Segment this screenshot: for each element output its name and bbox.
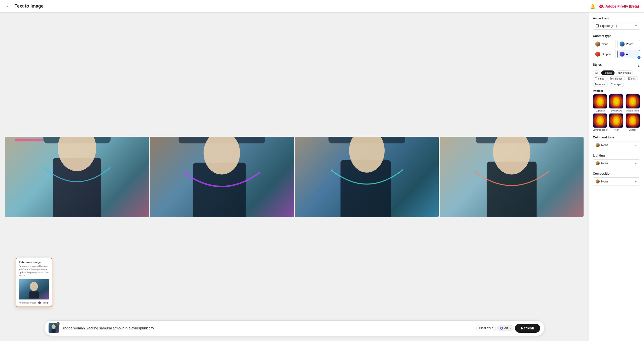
back-button[interactable]: ← [5, 3, 12, 10]
composition-value: None [601, 180, 608, 183]
composition-chevron: ▼ [635, 180, 637, 183]
content-type-photo[interactable]: Photo [617, 40, 640, 48]
prompt-text[interactable]: Blonde woman wearing samurai armour in a… [61, 326, 473, 330]
warrior-svg-4 [440, 137, 584, 217]
art-tag-remove[interactable]: ✕ [509, 327, 511, 330]
warrior-svg-3 [295, 137, 439, 217]
image-placeholder-1 [5, 137, 149, 217]
color-tone-chevron: ▼ [635, 144, 637, 147]
image-card-2[interactable] [150, 137, 294, 217]
svg-point-28 [500, 327, 503, 330]
composition-swatch [596, 179, 600, 183]
slider-handle[interactable] [38, 301, 41, 304]
neon-label: Neon [614, 129, 619, 131]
aspect-ratio-value: Square (1:1) [600, 24, 617, 28]
lighting-value: None [601, 162, 608, 165]
lighting-chevron: ▼ [635, 162, 637, 165]
palette-knife-label: Palette knife [626, 109, 639, 112]
reference-image-tooltip: Reference image Reference image will be … [16, 258, 52, 307]
collapse-icon[interactable]: ▲ [637, 64, 640, 67]
right-panel: Aspect ratio Square (1:1) ▼ Content type… [589, 13, 644, 341]
color-tone-label: Color and tone [593, 136, 640, 139]
chaotic-thumb [626, 113, 640, 128]
lighting-dropdown[interactable]: None ▼ [593, 159, 640, 167]
lighting-label: Lighting [593, 154, 640, 157]
lighting-section: Lighting None ▼ [593, 154, 640, 167]
main-layout: Reference image Reference image will be … [0, 13, 644, 341]
digital-art-thumb [593, 94, 607, 108]
reference-thumbnail [19, 279, 49, 299]
tab-materials[interactable]: Materials [593, 82, 608, 87]
svg-point-23 [30, 282, 38, 291]
synthwave-label: Synthwave [611, 109, 622, 112]
tab-themes[interactable]: Themes [593, 76, 606, 81]
refresh-button[interactable]: Refresh [515, 324, 540, 333]
content-type-none[interactable]: None [593, 40, 616, 48]
tab-concepts[interactable]: Concepts [609, 82, 624, 87]
style-synthwave[interactable]: Synthwave [609, 94, 624, 112]
notification-icon[interactable]: 🔔 [590, 4, 595, 9]
tab-movements[interactable]: Movements [616, 70, 633, 75]
graphic-icon [595, 52, 600, 57]
content-type-art[interactable]: Art ✓ [617, 50, 640, 58]
neon-thumb [609, 113, 623, 128]
image-card-4[interactable] [440, 137, 584, 217]
slider-label-left: Reference image [19, 301, 36, 304]
svg-rect-27 [51, 329, 55, 333]
style-chaotic[interactable]: Chaotic [625, 113, 640, 131]
back-icon: ← [6, 4, 11, 9]
ref-thumb-svg [19, 279, 49, 299]
composition-label: Composition [593, 172, 640, 175]
tooltip-description: Reference image will be used to influenc… [19, 265, 49, 277]
square-icon [596, 24, 599, 27]
styles-section: Styles ▲ All Popular Movements Themes Te… [593, 63, 640, 131]
art-icon [620, 52, 625, 57]
image-placeholder-2 [150, 137, 294, 217]
photo-icon [620, 42, 625, 47]
style-palette-knife[interactable]: Palette knife [625, 94, 640, 112]
image-placeholder-3 [295, 137, 439, 217]
prompt-reference-thumb[interactable]: ✕ [48, 323, 58, 333]
content-type-label: Content type [593, 34, 640, 38]
chaotic-label: Chaotic [629, 129, 637, 131]
aspect-ratio-dropdown[interactable]: Square (1:1) ▼ [593, 22, 640, 30]
composition-inner: None [596, 179, 608, 183]
header-left: ← Text to image [5, 3, 44, 10]
canvas-area: Reference image Reference image will be … [0, 13, 589, 341]
style-digital-art[interactable]: Digital art [593, 94, 607, 112]
tooltip-title: Reference image [19, 261, 49, 264]
content-type-photo-label: Photo [626, 43, 633, 46]
svg-point-30 [502, 327, 502, 328]
page-title: Text to image [15, 4, 44, 9]
content-type-graphic[interactable]: Graphic [593, 50, 616, 58]
color-tone-dropdown[interactable]: None ▼ [593, 141, 640, 149]
color-tone-inner: None [596, 143, 608, 147]
slider-track[interactable] [38, 302, 40, 303]
image-placeholder-4 [440, 137, 584, 217]
digital-art-label: Digital art [595, 109, 605, 112]
tab-all[interactable]: All [593, 70, 600, 75]
image-card-1[interactable] [5, 137, 149, 217]
styles-header: Styles ▲ [593, 63, 640, 68]
content-type-grid: None Photo Graphic Art ✓ [593, 40, 640, 58]
image-card-3[interactable] [295, 137, 439, 217]
lighting-swatch [596, 161, 600, 165]
art-style-tag[interactable]: Art ✕ [497, 325, 513, 331]
remove-reference-button[interactable]: ✕ [56, 322, 59, 326]
none-icon [595, 42, 600, 47]
tab-popular[interactable]: Popular [601, 70, 614, 75]
lighting-inner: None [596, 161, 608, 165]
tab-effects[interactable]: Effects [626, 76, 638, 81]
style-tabs: All Popular Movements Themes Techniques … [593, 70, 640, 87]
style-neon[interactable]: Neon [609, 113, 624, 131]
aspect-ratio-section: Aspect ratio Square (1:1) ▼ [593, 17, 640, 30]
style-layered-paper[interactable]: Layered paper [593, 113, 607, 131]
reference-slider[interactable]: Reference image Prompt [19, 301, 49, 304]
styles-label: Styles [593, 63, 602, 66]
images-grid [0, 28, 589, 326]
composition-dropdown[interactable]: None ▼ [593, 177, 640, 185]
clear-style-button[interactable]: Clear style [476, 325, 496, 331]
slider-label-right: Prompt [42, 301, 49, 304]
tab-techniques[interactable]: Techniques [607, 76, 625, 81]
svg-point-26 [51, 324, 55, 329]
